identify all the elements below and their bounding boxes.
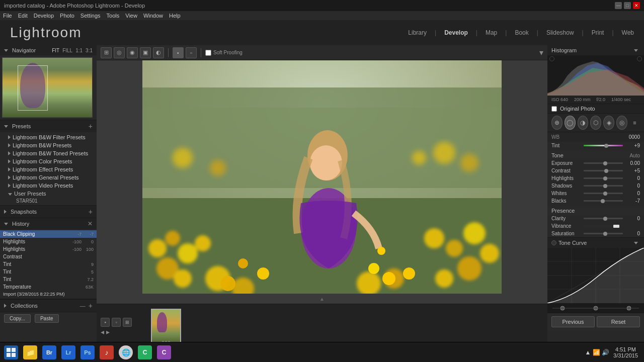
history-item-tint3[interactable]: Tint 7.2 [0,276,97,283]
detail-button[interactable]: ◈ [603,116,614,130]
clarity-slider[interactable] [584,218,623,219]
hsl-button[interactable]: ◑ [578,116,589,130]
histogram-header[interactable]: Histogram [547,45,644,55]
bottom-collapse-strip[interactable]: ▲ [97,294,547,304]
chrome-button[interactable]: 🌐 [117,343,135,361]
prev-nav-icon[interactable]: ◂ [101,328,104,336]
nav-web[interactable]: Web [622,29,634,36]
start-button[interactable] [2,343,20,361]
menu-develop[interactable]: Develop [34,13,54,19]
preset-group-bw[interactable]: Lightroom B&W Presets [0,141,97,149]
preset-group-video[interactable]: Lightroom Video Presets [0,182,97,190]
presets-add-button[interactable]: + [89,122,93,130]
history-clear-button[interactable]: ✕ [88,220,93,227]
exposure-slider[interactable] [584,162,623,164]
lightroom-button[interactable]: Lr [59,343,77,361]
photoshop-button[interactable]: Ps [78,343,97,361]
whites-slider[interactable] [584,193,623,194]
history-item-highlights2[interactable]: Highlights -100 100 [0,245,97,253]
nav-3to1[interactable]: 3:1 [86,48,93,53]
next-nav-icon[interactable]: ▸ [106,328,110,336]
minimize-button[interactable]: — [615,2,622,9]
redeye-button[interactable]: ◉ [127,47,138,58]
menu-tools[interactable]: Tools [107,13,120,19]
contrast-slider[interactable] [584,170,623,171]
app7-button[interactable]: C [136,343,154,361]
app8-button[interactable]: C [155,343,173,361]
snapshots-header[interactable]: Snapshots + [0,206,97,218]
nav-library[interactable]: Library [408,29,427,36]
preset-group-general[interactable]: Lightroom General Presets [0,173,97,182]
copy-button[interactable]: Copy... [4,314,31,323]
menu-photo[interactable]: Photo [60,13,74,19]
collections-header[interactable]: Collections — + [0,300,97,312]
nav-slideshow[interactable]: Slideshow [546,29,574,36]
graduated-filter-button[interactable]: ▣ [140,47,151,58]
menu-view[interactable]: View [125,13,137,19]
collections-minus-button[interactable]: — [80,303,86,309]
preset-group-user[interactable]: User Presets [0,190,97,198]
menu-file[interactable]: File [3,13,12,19]
shadows-slider[interactable] [584,185,623,187]
nav-fit[interactable]: FIT [52,48,59,53]
maximize-button[interactable]: □ [624,2,631,9]
survey-view-btn[interactable]: ⊞ [123,318,132,327]
history-item-contrast[interactable]: Contrast [0,253,97,260]
tint-slider[interactable] [584,145,623,146]
image-area[interactable] [97,60,547,294]
history-item-import[interactable]: Import (3/28/2015 8:22:25 PM) [0,291,97,298]
lens-correction-button[interactable]: ◎ [616,116,627,130]
presets-header[interactable]: Presets + [0,120,97,132]
history-header[interactable]: History ✕ [0,218,97,229]
menu-help[interactable]: Help [169,13,181,19]
menu-window[interactable]: Window [143,13,163,19]
history-item-tint1[interactable]: Tint 9 [0,260,97,268]
tone-curve-header[interactable]: Tone Curve [547,238,644,248]
preset-group-bwtoned[interactable]: Lightroom B&W Toned Presets [0,149,97,157]
bridge-button[interactable]: Br [40,343,58,361]
menu-edit[interactable]: Edit [18,13,28,19]
tone-curve-button[interactable]: ◯ [565,116,576,130]
tc-point-button[interactable] [551,240,556,245]
preset-star501[interactable]: STAR501 [0,198,97,204]
collections-add-button[interactable]: + [89,302,93,310]
shadow-clip-indicator[interactable] [549,56,554,61]
preset-group-effect[interactable]: Lightroom Effect Presets [0,165,97,173]
soft-proof-checkbox[interactable] [205,50,211,56]
history-item-temperature[interactable]: Temperature 63K [0,283,97,291]
saturation-slider[interactable] [584,233,623,234]
color-grading-button[interactable]: ⬡ [590,116,601,130]
preset-group-bwfilter[interactable]: Lightroom B&W Filter Presets [0,133,97,141]
view-mode-compare[interactable]: ▫ [186,47,197,58]
crop-tool-button[interactable]: ⊞ [101,47,112,58]
basic-edit-button[interactable]: ⊕ [551,116,562,130]
tone-auto-button[interactable]: Auto [629,153,640,158]
close-button[interactable]: ✕ [633,2,640,9]
explorer-button[interactable]: 📁 [21,343,39,361]
filmstrip-thumb-1[interactable] [151,309,181,345]
spot-removal-button[interactable]: ◎ [114,47,125,58]
radial-filter-button[interactable]: ◐ [153,47,164,58]
navigator-thumbnail[interactable] [2,57,93,118]
navigator-header[interactable]: Navigator FIT FILL 1:1 3:1 [0,45,97,55]
reset-button[interactable]: Reset [597,316,640,327]
single-view-btn[interactable]: ▪ [101,318,110,327]
highlight-clip-indicator[interactable] [637,56,642,61]
blacks-slider[interactable] [584,200,623,202]
highlights-slider[interactable] [584,177,623,179]
history-item-tint2[interactable]: Tint 5 [0,268,97,276]
tone-curve-canvas[interactable] [547,248,644,313]
nav-1to1[interactable]: 1:1 [75,48,83,53]
view-mode-single[interactable]: ▪ [173,47,184,58]
history-item-highlights1[interactable]: Highlights -100 0 [0,238,97,245]
preset-group-color[interactable]: Lightroom Color Presets [0,157,97,165]
original-photo-checkbox[interactable] [551,106,557,112]
nav-fill[interactable]: FILL [62,48,72,53]
toolbar-expand-button[interactable]: ▾ [539,48,543,57]
paste-button[interactable]: Paste [35,314,59,323]
history-item-blackclipping[interactable]: Black Clipping -7 -7 [0,230,97,238]
snapshots-add-button[interactable]: + [89,208,93,216]
nav-develop[interactable]: Develop [444,29,468,36]
nav-map[interactable]: Map [486,29,497,36]
nav-book[interactable]: Book [515,29,528,36]
